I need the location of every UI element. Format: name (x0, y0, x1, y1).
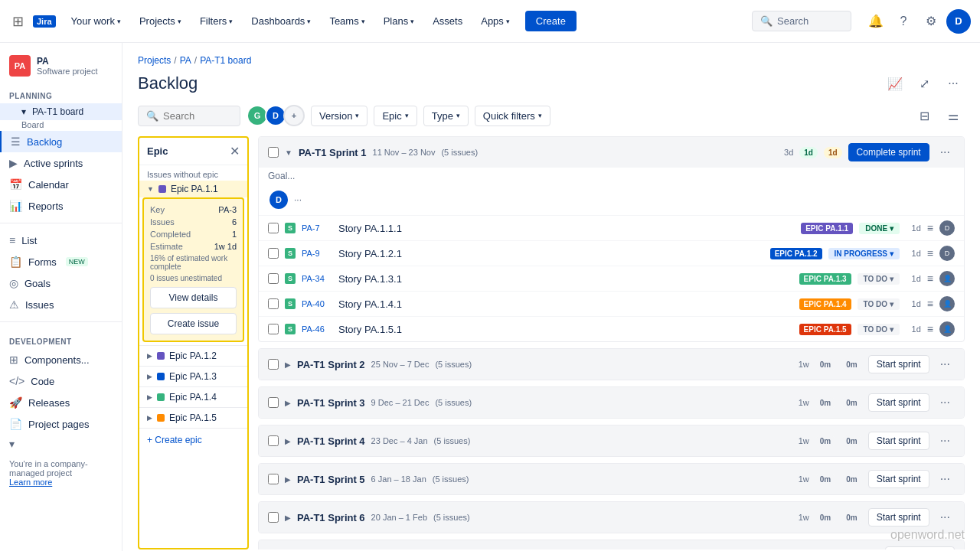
sprint-options-dots[interactable]: ··· (294, 194, 302, 205)
more-options-button[interactable]: ··· (942, 72, 965, 95)
sidebar-item-code[interactable]: </> Code (0, 370, 122, 392)
epic-tag[interactable]: EPIC PA.1.2 (770, 248, 822, 259)
breadcrumb-projects[interactable]: Projects (138, 55, 171, 66)
create-button[interactable]: Create (525, 11, 577, 31)
sprint-checkbox-5[interactable] (268, 474, 279, 484)
epic-item-pa11[interactable]: ▼ Epic PA.1.1 (139, 181, 247, 197)
issue-assignee-avatar[interactable]: D (939, 220, 955, 236)
sprint-header-5[interactable]: ▶ PA-T1 Sprint 5 6 Jan – 18 Jan (5 issue… (259, 464, 964, 494)
create-epic-button[interactable]: + Create epic (139, 430, 247, 450)
issue-assignee-avatar[interactable]: 👤 (939, 296, 955, 311)
sidebar-item-list[interactable]: ≡ List (0, 230, 122, 251)
epic-item-pa15[interactable]: ▶ Epic PA.1.5 (139, 409, 247, 426)
sidebar-item-forms[interactable]: 📋 Forms NEW (0, 251, 122, 272)
chart-icon-button[interactable]: 📈 (884, 72, 906, 95)
view-details-button[interactable]: View details (150, 287, 237, 308)
epic-tag[interactable]: EPIC PA.1.3 (799, 273, 851, 285)
issue-assignee-avatar[interactable]: 👤 (939, 321, 955, 337)
quick-filters-button[interactable]: Quick filters ▾ (475, 106, 550, 126)
issue-key[interactable]: PA-9 (302, 249, 332, 258)
teams-menu[interactable]: Teams ▾ (323, 11, 371, 31)
issue-assignee-avatar[interactable]: D (939, 246, 955, 261)
issue-name[interactable]: Story PA.1.5.1 (338, 324, 793, 335)
start-sprint-button-5[interactable]: Start sprint (868, 470, 929, 488)
sprint-checkbox-4[interactable] (268, 435, 279, 446)
create-issue-button[interactable]: Create issue (150, 313, 237, 334)
issue-key[interactable]: PA-40 (302, 299, 332, 308)
sprint-checkbox-2[interactable] (268, 359, 279, 370)
filter-icon-button[interactable]: ⚌ (942, 104, 965, 127)
issue-assignee-avatar[interactable]: 👤 (939, 271, 955, 286)
grid-icon[interactable]: ⊞ (9, 10, 27, 33)
user-avatar[interactable]: D (946, 9, 971, 34)
expand-icon-button[interactable]: ⤢ (913, 72, 936, 95)
close-epic-panel-button[interactable]: ✕ (230, 144, 240, 158)
apps-menu[interactable]: Apps ▾ (475, 11, 516, 31)
sprint-assignee-avatar[interactable]: D (268, 189, 289, 210)
sprint-checkbox-3[interactable] (268, 397, 279, 408)
search-input[interactable] (163, 110, 232, 122)
settings-button[interactable]: ⚙ (919, 9, 943, 34)
sidebar-board-name[interactable]: ▾ PA-T1 board (0, 103, 122, 120)
type-filter[interactable]: Type ▾ (423, 106, 469, 126)
issue-key[interactable]: PA-34 (302, 274, 332, 283)
issue-checkbox[interactable] (268, 324, 279, 334)
help-button[interactable]: ? (891, 9, 916, 34)
issue-checkbox[interactable] (268, 273, 279, 284)
epic-tag[interactable]: EPIC PA.1.4 (799, 298, 851, 310)
plans-menu[interactable]: Plans ▾ (377, 11, 421, 31)
issue-name[interactable]: Story PA.1.1.1 (338, 223, 795, 234)
sidebar-item-project-pages[interactable]: 📄 Project pages (0, 413, 122, 435)
sidebar-item-active-sprints[interactable]: ▶ Active sprints (0, 152, 122, 174)
jira-logo[interactable]: Jira (33, 15, 56, 28)
assets-menu[interactable]: Assets (426, 11, 469, 31)
start-sprint-button-2[interactable]: Start sprint (868, 355, 929, 373)
complete-sprint-button[interactable]: Complete sprint (848, 143, 929, 161)
sprint-more-button-3[interactable]: ··· (936, 394, 955, 411)
sidebar-item-calendar[interactable]: 📅 Calendar (0, 174, 122, 195)
issue-name[interactable]: Story PA.1.4.1 (338, 298, 793, 310)
sprint-header-3[interactable]: ▶ PA-T1 Sprint 3 9 Dec – 21 Dec (5 issue… (259, 387, 964, 418)
status-badge[interactable]: TO DO ▾ (858, 298, 900, 310)
start-sprint-button-3[interactable]: Start sprint (868, 393, 929, 412)
epic-tag[interactable]: EPIC PA.1.5 (799, 324, 851, 335)
issue-name[interactable]: Story PA.1.3.1 (338, 273, 793, 285)
epic-item-pa12[interactable]: ▶ Epic PA.1.2 (139, 347, 247, 364)
epic-filter[interactable]: Epic ▾ (374, 106, 416, 126)
groupby-icon-button[interactable]: ⊟ (913, 104, 936, 127)
version-filter[interactable]: Version ▾ (311, 106, 368, 126)
status-badge[interactable]: TO DO ▾ (858, 273, 900, 285)
breadcrumb-pa[interactable]: PA (180, 55, 191, 66)
add-assignee-button[interactable]: + (283, 105, 305, 126)
sprint-header-4[interactable]: ▶ PA-T1 Sprint 4 23 Dec – 4 Jan (5 issue… (259, 425, 964, 456)
sidebar-item-components[interactable]: ⊞ Components... (0, 349, 122, 370)
epic-tag[interactable]: EPIC PA.1.1 (801, 223, 853, 234)
your-work-menu[interactable]: Your work ▾ (65, 11, 127, 31)
issue-checkbox[interactable] (268, 298, 279, 309)
dashboards-menu[interactable]: Dashboards ▾ (245, 11, 317, 31)
issue-checkbox[interactable] (268, 223, 279, 233)
issue-name[interactable]: Story PA.1.2.1 (338, 248, 764, 259)
issue-key[interactable]: PA-7 (302, 223, 332, 233)
issue-checkbox[interactable] (268, 248, 279, 259)
start-sprint-button-4[interactable]: Start sprint (868, 432, 929, 450)
epic-item-pa14[interactable]: ▶ Epic PA.1.4 (139, 389, 247, 406)
sprint-more-button[interactable]: ··· (936, 144, 955, 161)
sidebar-item-backlog[interactable]: ☰ Backlog (0, 131, 122, 152)
breadcrumb-board[interactable]: PA-T1 board (200, 55, 251, 66)
sprint-more-button-5[interactable]: ··· (936, 471, 955, 487)
sprint-header-1[interactable]: ▼ PA-T1 Sprint 1 11 Nov – 23 Nov (5 issu… (259, 137, 964, 168)
sprint-checkbox-1[interactable] (268, 147, 279, 158)
toolbar-search-box[interactable]: 🔍 (138, 106, 240, 126)
status-badge[interactable]: IN PROGRESS ▾ (828, 248, 900, 259)
sidebar-item-issues[interactable]: ⚠ Issues (0, 294, 122, 315)
notifications-button[interactable]: 🔔 (864, 9, 888, 34)
epic-item-pa13[interactable]: ▶ Epic PA.1.3 (139, 368, 247, 385)
filters-menu[interactable]: Filters ▾ (194, 11, 239, 31)
status-badge[interactable]: TO DO ▾ (858, 324, 900, 335)
sidebar-item-reports[interactable]: 📊 Reports (0, 195, 122, 217)
issue-key[interactable]: PA-46 (302, 324, 332, 334)
projects-menu[interactable]: Projects ▾ (133, 11, 188, 31)
status-badge[interactable]: DONE ▾ (859, 223, 900, 234)
sidebar-scroll-down[interactable]: ▾ (0, 435, 122, 453)
